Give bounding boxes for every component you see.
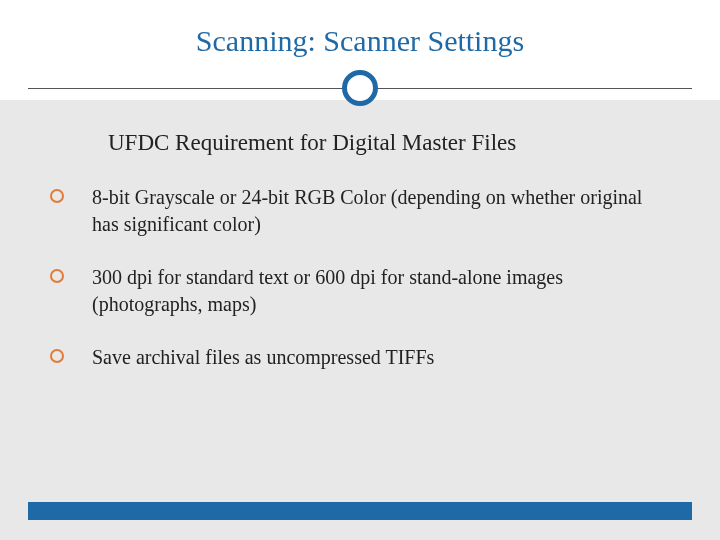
bottom-bar (28, 502, 692, 520)
slide-title: Scanning: Scanner Settings (0, 24, 720, 58)
bullet-text: 8-bit Grayscale or 24-bit RGB Color (dep… (92, 184, 670, 238)
bullet-text: Save archival files as uncompressed TIFF… (92, 344, 434, 371)
bullet-icon (50, 349, 64, 363)
bullet-icon (50, 269, 64, 283)
subtitle: UFDC Requirement for Digital Master File… (108, 130, 670, 156)
list-item: 8-bit Grayscale or 24-bit RGB Color (dep… (50, 184, 670, 238)
slide: Scanning: Scanner Settings UFDC Requirem… (0, 0, 720, 540)
list-item: 300 dpi for standard text or 600 dpi for… (50, 264, 670, 318)
bullet-icon (50, 189, 64, 203)
circle-icon (342, 70, 378, 106)
bullet-text: 300 dpi for standard text or 600 dpi for… (92, 264, 670, 318)
list-item: Save archival files as uncompressed TIFF… (50, 344, 670, 371)
content-area: UFDC Requirement for Digital Master File… (0, 100, 720, 480)
